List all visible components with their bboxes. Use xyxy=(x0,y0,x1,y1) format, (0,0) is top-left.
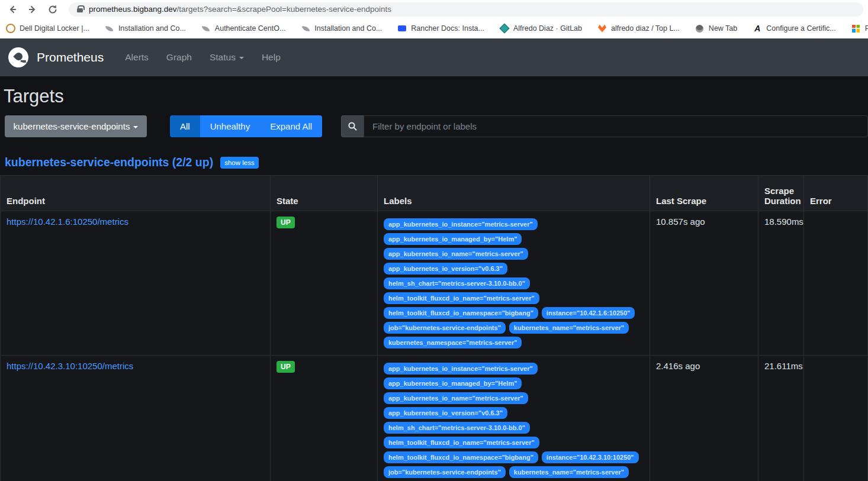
show-less-button[interactable]: show less xyxy=(220,157,259,169)
bookmark-label: New Tab xyxy=(709,24,737,33)
last-scrape-value: 10.857s ago xyxy=(656,217,705,227)
error-cell xyxy=(804,356,868,481)
label-badge: helm_sh_chart="metrics-server-3.10.0-bb.… xyxy=(384,422,530,434)
bookmark-item[interactable]: Installation and Co... xyxy=(301,24,382,33)
feather-icon xyxy=(105,24,114,33)
chevron-down-icon xyxy=(133,126,138,128)
rancher-icon xyxy=(397,24,407,33)
scrape-duration-cell: 21.611ms xyxy=(758,356,804,481)
last-scrape-cell: 10.857s ago xyxy=(650,211,758,356)
expand-all-button[interactable]: Expand All xyxy=(260,115,322,137)
bookmark-label: Authenticate CentO... xyxy=(215,24,286,33)
label-badge: helm_toolkit_fluxcd_io_namespace="bigban… xyxy=(384,307,538,319)
endpoint-link[interactable]: https://10.42.3.10:10250/metrics xyxy=(7,361,133,371)
targets-table-body: https://10.42.1.6:10250/metricsUPapp_kub… xyxy=(1,211,868,481)
state-cell: UP xyxy=(271,356,378,481)
targets-table: Endpoint State Labels Last Scrape Scrape… xyxy=(0,175,868,481)
job-section-header: kubernetes-service-endpoints (2/2 up) sh… xyxy=(0,146,868,175)
url-text: prometheus.bigbang.dev/targets?search=&s… xyxy=(89,5,391,14)
dell-icon xyxy=(6,24,15,33)
filter-input[interactable] xyxy=(364,115,868,137)
error-cell xyxy=(804,211,868,356)
filter-all-button[interactable]: All xyxy=(170,115,200,137)
label-badge: helm_toolkit_fluxcd_io_name="metrics-ser… xyxy=(384,292,539,304)
label-badge: app_kubernetes_io_managed_by="Helm" xyxy=(384,377,522,389)
label-badge: kubernetes_namespace="metrics-server" xyxy=(384,337,522,348)
search-icon xyxy=(341,115,364,137)
targets-page: Targets kubernetes-service-endpoints All… xyxy=(0,76,868,481)
bookmark-label: Dell Digital Locker |... xyxy=(20,24,89,33)
bookmark-item[interactable]: Configure a Certific... xyxy=(753,24,835,33)
scrape-duration-value: 21.611ms xyxy=(764,361,803,371)
label-badge: app_kubernetes_io_instance="metrics-serv… xyxy=(384,363,538,375)
label-badge: instance="10.42.3.10:10250" xyxy=(542,451,639,463)
bookmark-item[interactable]: Installation and Co... xyxy=(105,24,186,33)
brand-title[interactable]: Prometheus xyxy=(37,50,104,64)
padlock-icon[interactable] xyxy=(77,8,83,12)
nav-graph[interactable]: Graph xyxy=(166,52,192,63)
bookmark-item[interactable]: New Tab xyxy=(695,24,737,33)
browser-toolbar: prometheus.bigbang.dev/targets?search=&s… xyxy=(0,0,868,18)
nav-help[interactable]: Help xyxy=(262,52,281,63)
nav-status[interactable]: Status xyxy=(210,52,244,63)
bookmarks-bar: Dell Digital Locker |...Installation and… xyxy=(0,18,868,38)
header-endpoint: Endpoint xyxy=(1,176,271,211)
endpoint-link[interactable]: https://10.42.1.6:10250/metrics xyxy=(7,217,128,227)
feather-icon xyxy=(201,24,211,33)
bookmark-item[interactable]: Penn State Graduat... xyxy=(851,24,868,33)
endpoint-cell: https://10.42.1.6:10250/metrics xyxy=(1,211,271,356)
back-icon[interactable] xyxy=(5,2,20,17)
label-badge: app_kubernetes_io_name="metrics-server" xyxy=(384,248,528,260)
state-badge: UP xyxy=(277,217,295,228)
label-badge: job="kubernetes-service-endpoints" xyxy=(384,466,506,478)
label-badge: app_kubernetes_io_version="v0.6.3" xyxy=(384,407,507,419)
endpoint-cell: https://10.42.3.10:10250/metrics xyxy=(1,356,271,481)
reload-icon[interactable] xyxy=(45,2,60,17)
bookmark-item[interactable]: Alfredo Diaz · GitLab xyxy=(500,24,582,33)
label-badge: app_kubernetes_io_version="v0.6.3" xyxy=(384,263,507,275)
label-badge: app_kubernetes_io_managed_by="Helm" xyxy=(384,233,522,245)
controls-row: kubernetes-service-endpoints All Unhealt… xyxy=(0,115,868,146)
filter-unhealthy-button[interactable]: Unhealthy xyxy=(200,115,261,137)
microsoft-icon xyxy=(851,24,861,33)
cert-icon xyxy=(753,24,762,33)
table-header-row: Endpoint State Labels Last Scrape Scrape… xyxy=(1,176,868,211)
state-badge: UP xyxy=(277,361,295,373)
labels-cell: app_kubernetes_io_instance="metrics-serv… xyxy=(378,356,650,481)
bookmark-item[interactable]: Authenticate CentO... xyxy=(201,24,286,33)
state-filter-group: All Unhealthy Expand All xyxy=(170,115,322,137)
bookmark-label: Rancher Docs: Insta... xyxy=(411,24,484,33)
labels-cell: app_kubernetes_io_instance="metrics-serv… xyxy=(378,211,650,356)
scrape-duration-value: 18.590ms xyxy=(764,217,803,227)
label-badge: instance="10.42.1.6:10250" xyxy=(542,307,635,319)
forward-icon[interactable] xyxy=(25,2,40,17)
bookmark-label: Installation and Co... xyxy=(314,24,382,33)
label-badge: helm_sh_chart="metrics-server-3.10.0-bb.… xyxy=(384,277,530,289)
label-badge: helm_toolkit_fluxcd_io_name="metrics-ser… xyxy=(384,437,539,448)
scrape-pool-dropdown[interactable]: kubernetes-service-endpoints xyxy=(5,115,147,137)
prometheus-navbar: Prometheus Alerts Graph Status Help xyxy=(0,38,868,76)
header-scrape-duration: Scrape Duration xyxy=(758,176,804,211)
bookmark-label: Installation and Co... xyxy=(118,24,186,33)
bookmark-item[interactable]: alfredo diaz / Top L... xyxy=(597,24,680,33)
label-badge: helm_toolkit_fluxcd_io_namespace="bigban… xyxy=(384,451,538,463)
chevron-down-icon xyxy=(239,57,244,59)
state-cell: UP xyxy=(271,211,378,356)
last-scrape-value: 2.416s ago xyxy=(656,361,700,371)
target-row: https://10.42.3.10:10250/metricsUPapp_ku… xyxy=(1,356,868,481)
header-state: State xyxy=(271,176,378,211)
header-labels: Labels xyxy=(378,176,650,211)
bookmark-label: alfredo diaz / Top L... xyxy=(611,24,680,33)
nav-alerts[interactable]: Alerts xyxy=(125,52,149,63)
label-badge: kubernetes_name="metrics-server" xyxy=(509,322,629,334)
filter-group xyxy=(341,115,868,137)
bookmark-item[interactable]: Dell Digital Locker |... xyxy=(6,24,89,33)
globe-icon xyxy=(695,24,705,33)
bookmark-item[interactable]: Rancher Docs: Insta... xyxy=(397,24,484,33)
address-bar[interactable]: prometheus.bigbang.dev/targets?search=&s… xyxy=(69,2,863,17)
job-section-title[interactable]: kubernetes-service-endpoints (2/2 up) xyxy=(5,156,213,169)
label-badge: job="kubernetes-service-endpoints" xyxy=(384,322,506,334)
gitlab-fox-icon xyxy=(597,24,607,33)
label-badge: app_kubernetes_io_instance="metrics-serv… xyxy=(384,218,538,230)
cube-icon xyxy=(500,24,509,33)
